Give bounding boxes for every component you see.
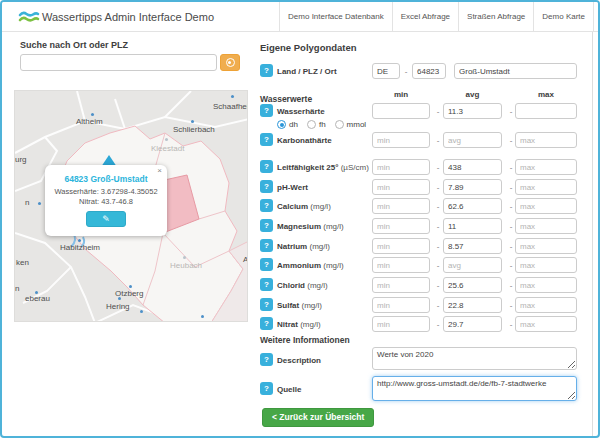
separator-dash: - xyxy=(434,107,442,116)
plz-input[interactable] xyxy=(412,63,446,79)
karbonathaerte-avg-input[interactable] xyxy=(443,132,502,148)
chlorid-avg-input[interactable] xyxy=(443,277,502,293)
help-icon[interactable]: ? xyxy=(260,258,273,271)
sulfat-max-input[interactable] xyxy=(515,297,577,313)
description-textarea[interactable]: Werte von 2020 xyxy=(372,347,577,370)
content-right-divider xyxy=(592,32,593,436)
radio-dh-icon xyxy=(277,120,286,129)
radio-mmol-label: mmol xyxy=(347,120,367,129)
help-icon[interactable]: ? xyxy=(260,64,273,77)
calcium-min-input[interactable] xyxy=(372,198,430,214)
city-input[interactable] xyxy=(454,63,577,79)
sulfat-min-input[interactable] xyxy=(372,297,430,313)
map-popup: × 64823 Groß-Umstadt Wasserhärte: 3.6729… xyxy=(45,165,167,236)
map-label-fragment: n xyxy=(15,284,19,293)
nav-item-demo-karte[interactable]: Demo Karte xyxy=(533,2,594,32)
map-label-heubach: Heubach xyxy=(170,261,202,270)
help-icon[interactable]: ? xyxy=(260,239,273,252)
map-dot xyxy=(129,285,132,288)
leitfaehigkeit-avg-input[interactable] xyxy=(443,159,502,175)
chlorid-min-input[interactable] xyxy=(372,277,430,293)
wasserhaerte-avg-input[interactable] xyxy=(443,103,502,119)
sulfat-avg-input[interactable] xyxy=(443,297,502,313)
map-label-fragment: ken xyxy=(16,258,29,267)
nav-item-strassen-abfrage[interactable]: Straßen Abfrage xyxy=(458,2,533,32)
nitrat-min-input[interactable] xyxy=(372,316,430,332)
help-icon[interactable]: ? xyxy=(260,133,273,146)
map-dot xyxy=(191,120,194,123)
map-label-altheim: Altheim xyxy=(76,117,103,126)
row-wasserhaerte: ? Wasserhärte - - dh fh mmol xyxy=(260,103,582,135)
separator-dash: - xyxy=(434,320,442,329)
country-input[interactable] xyxy=(372,63,400,79)
natrium-avg-input[interactable] xyxy=(443,238,502,254)
edit-button[interactable]: ✎ xyxy=(86,211,126,227)
separator-dash: - xyxy=(434,163,442,172)
help-icon[interactable]: ? xyxy=(260,104,273,117)
radio-dh[interactable]: dh xyxy=(277,120,298,129)
karbonathaerte-min-input[interactable] xyxy=(372,132,430,148)
quelle-textarea[interactable]: http://www.gross-umstadt.de/de/fb-7-stad… xyxy=(372,376,577,401)
separator-dash: - xyxy=(507,301,515,310)
ammonium-max-input[interactable] xyxy=(515,257,577,273)
row-karbonathaerte: ? Karbonathärte - - xyxy=(260,132,582,150)
radio-mmol-icon xyxy=(335,120,344,129)
help-icon[interactable]: ? xyxy=(260,278,273,291)
ammonium-avg-input[interactable] xyxy=(443,257,502,273)
calcium-max-input[interactable] xyxy=(515,198,577,214)
pencil-icon: ✎ xyxy=(102,214,110,224)
nitrat-avg-input[interactable] xyxy=(443,316,502,332)
natrium-max-input[interactable] xyxy=(515,238,577,254)
search-input[interactable] xyxy=(20,54,217,71)
help-icon[interactable]: ? xyxy=(260,199,273,212)
map-dot xyxy=(38,202,41,205)
row-ph-wert: ? pH-Wert - - xyxy=(260,179,582,197)
ammonium-min-input[interactable] xyxy=(372,257,430,273)
help-icon[interactable]: ? xyxy=(260,180,273,193)
karbonathaerte-max-input[interactable] xyxy=(515,132,577,148)
separator-dash: - xyxy=(507,222,515,231)
back-to-overview-button[interactable]: < Zurück zur Übersicht xyxy=(262,408,374,427)
column-avg: avg xyxy=(443,90,502,99)
nav-item-demo-interface-datenbank[interactable]: Demo Interface Datenbank xyxy=(279,2,392,32)
help-icon[interactable]: ? xyxy=(260,317,273,330)
locate-button[interactable] xyxy=(220,54,240,71)
separator-dash: - xyxy=(434,281,442,290)
magnesium-min-input[interactable] xyxy=(372,218,430,234)
help-icon[interactable]: ? xyxy=(260,382,273,395)
ph-max-input[interactable] xyxy=(515,179,577,195)
magnesium-avg-input[interactable] xyxy=(443,218,502,234)
nav-item-excel-abfrage[interactable]: Excel Abfrage xyxy=(392,2,458,32)
help-icon[interactable]: ? xyxy=(260,298,273,311)
map-dot xyxy=(165,138,168,141)
popup-hardness: Wasserhärte: 3.67298-4.35052 xyxy=(45,187,167,197)
leitfaehigkeit-min-input[interactable] xyxy=(372,159,430,175)
popup-nitrate: Nitrat: 43.7-46.8 xyxy=(45,197,167,207)
chlorid-max-input[interactable] xyxy=(515,277,577,293)
radio-mmol[interactable]: mmol xyxy=(335,120,367,129)
close-icon[interactable]: × xyxy=(157,166,162,175)
hardness-unit-radios: dh fh mmol xyxy=(277,120,366,129)
ph-min-input[interactable] xyxy=(372,179,430,195)
row-nitrat: ? Nitrat (mg/l) - - xyxy=(260,316,582,334)
popup-title: 64823 Groß-Umstadt xyxy=(45,174,167,184)
separator-dash: - xyxy=(507,107,515,116)
wasserhaerte-max-input[interactable] xyxy=(515,103,577,119)
separator-dash: - xyxy=(434,136,442,145)
help-icon[interactable]: ? xyxy=(260,160,273,173)
map-canvas[interactable]: Altheim Schaafheim Schlierbach Kleestadt… xyxy=(14,90,248,322)
map-label-habitzheim: Habitzheim xyxy=(60,243,100,252)
magnesium-max-input[interactable] xyxy=(515,218,577,234)
wasserhaerte-min-input[interactable] xyxy=(372,103,430,119)
leitfaehigkeit-max-input[interactable] xyxy=(515,159,577,175)
map-dot xyxy=(78,239,81,242)
radio-fh[interactable]: fh xyxy=(307,120,326,129)
row-sulfat: ? Sulfat (mg/l) - - xyxy=(260,297,582,315)
calcium-avg-input[interactable] xyxy=(443,198,502,214)
help-icon[interactable]: ? xyxy=(260,219,273,232)
natrium-min-input[interactable] xyxy=(372,238,430,254)
help-icon[interactable]: ? xyxy=(260,353,273,366)
row-description: ? Description Werte von 2020 xyxy=(260,347,582,373)
nitrat-max-input[interactable] xyxy=(515,316,577,332)
ph-avg-input[interactable] xyxy=(443,179,502,195)
